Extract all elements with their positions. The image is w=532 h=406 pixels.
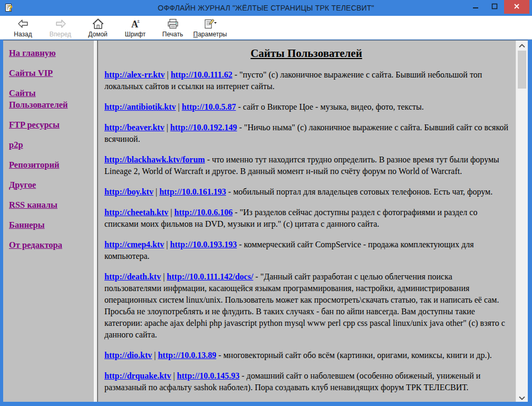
site-link[interactable]: http://10.0.5.87 bbox=[182, 102, 236, 111]
site-link[interactable]: http://boy.ktv bbox=[104, 187, 153, 196]
toolbar-button-print[interactable]: Печать bbox=[154, 16, 191, 39]
site-link[interactable]: http://alex-rr.ktv bbox=[104, 70, 165, 79]
scrollbar-thumb[interactable] bbox=[518, 51, 526, 89]
settings-icon bbox=[204, 17, 217, 30]
maximize-icon bbox=[491, 2, 498, 12]
app-icon: ? bbox=[5, 3, 14, 13]
toolbar-button-params[interactable]: Параметры bbox=[191, 16, 229, 39]
toolbar-button-font[interactable]: A±Шрифт bbox=[117, 16, 154, 39]
site-link[interactable]: http://10.0.145.93 bbox=[177, 371, 240, 380]
toolbar-button-forward[interactable]: Вперед bbox=[42, 16, 79, 39]
site-link[interactable]: http://cmep4.ktv bbox=[104, 240, 164, 249]
site-entry: http://cmep4.ktv | http://10.0.193.193 -… bbox=[104, 239, 508, 262]
site-link[interactable]: http://10.0.193.193 bbox=[170, 240, 237, 249]
site-link[interactable]: http://antibiotik.ktv bbox=[104, 102, 176, 111]
site-link[interactable]: http://blackhawk.ktv/forum bbox=[104, 155, 205, 164]
site-entry: http://boy.ktv | http://10.0.161.193 - м… bbox=[104, 186, 508, 198]
minimize-button[interactable] bbox=[466, 0, 485, 14]
window-title: ОФФЛАЙН ЖУРНАЛ "ЖЁЛТЫЕ СТРАНИЦЫ ТРК ТЕЛЕ… bbox=[0, 4, 532, 12]
sidebar-item: RSS каналы bbox=[9, 199, 91, 211]
sidebar-item-rss[interactable]: RSS каналы bbox=[9, 200, 57, 210]
sidebar-item: От редактора bbox=[9, 239, 91, 251]
site-link[interactable]: http://beaver.ktv bbox=[104, 123, 165, 132]
chevron-up-icon bbox=[519, 41, 525, 50]
site-entries: http://alex-rr.ktv | http://10.0.111.62 … bbox=[104, 69, 508, 402]
site-entry: http://drquake.ktv | http://10.0.145.93 … bbox=[104, 370, 508, 393]
sidebar-item: Сайты Пользователей bbox=[9, 88, 91, 111]
site-link[interactable]: http://10.0.161.193 bbox=[159, 187, 226, 196]
toolbar: НазадВпередДомойA±ШрифтПечатьПараметры bbox=[0, 16, 532, 40]
sidebar-item-home[interactable]: На главную bbox=[9, 48, 56, 58]
content-area: Сайты Пользователей http://alex-rr.ktv |… bbox=[98, 41, 516, 402]
toolbar-button-label: Печать bbox=[162, 31, 183, 38]
toolbar-button-label: Вперед bbox=[50, 31, 71, 38]
sidebar-item: На главную bbox=[9, 47, 91, 59]
font-icon: A± bbox=[129, 17, 142, 30]
site-link[interactable]: http://death.ktv bbox=[104, 272, 161, 281]
site-link[interactable]: http://drquake.ktv bbox=[104, 371, 171, 380]
site-entry: http://death.ktv | http://10.0.111.142/d… bbox=[104, 271, 508, 341]
back-arrow-icon bbox=[17, 17, 30, 30]
panel-splitter[interactable] bbox=[94, 41, 98, 402]
sidebar-item: Репозиторий bbox=[9, 159, 91, 171]
site-link[interactable]: http://10.0.192.149 bbox=[170, 123, 237, 132]
svg-text:±: ± bbox=[137, 18, 140, 24]
forward-arrow-icon bbox=[54, 17, 67, 30]
maximize-button[interactable] bbox=[485, 0, 504, 14]
home-icon bbox=[92, 17, 104, 30]
vertical-scrollbar[interactable] bbox=[516, 41, 528, 402]
site-link[interactable]: http://10.0.13.89 bbox=[158, 351, 216, 360]
toolbar-button-label: Назад bbox=[14, 31, 32, 38]
site-entry: http://cheetah.ktv | http://10.0.6.106 -… bbox=[104, 207, 508, 230]
scroll-up-button[interactable] bbox=[516, 41, 528, 50]
page-title: Сайты Пользователей bbox=[104, 47, 508, 60]
sidebar: На главнуюСайты VIPСайты ПользователейFT… bbox=[3, 41, 94, 402]
close-button[interactable] bbox=[504, 0, 529, 14]
sidebar-item: Баннеры bbox=[9, 219, 91, 231]
scrollbar-track[interactable] bbox=[516, 50, 528, 393]
scroll-down-button[interactable] bbox=[516, 393, 528, 402]
titlebar: ? ОФФЛАЙН ЖУРНАЛ "ЖЁЛТЫЕ СТРАНИЦЫ ТРК ТЕ… bbox=[0, 0, 532, 16]
site-entry: http://antibiotik.ktv | http://10.0.5.87… bbox=[104, 101, 508, 113]
site-link[interactable]: http://10.0.111.62 bbox=[171, 70, 233, 79]
sidebar-item: Сайты VIP bbox=[9, 67, 91, 79]
sidebar-item: Другое bbox=[9, 179, 91, 191]
toolbar-button-back[interactable]: Назад bbox=[4, 16, 42, 39]
site-link[interactable]: http://10.0.6.106 bbox=[175, 208, 233, 217]
chevron-down-icon bbox=[519, 393, 525, 402]
sidebar-item-other[interactable]: Другое bbox=[9, 180, 36, 190]
site-entry: http://alex-rr.ktv | http://10.0.111.62 … bbox=[104, 69, 508, 92]
sidebar-item: FTP ресурсы bbox=[9, 119, 91, 131]
printer-icon bbox=[167, 17, 179, 30]
site-link[interactable]: http://cheetah.ktv bbox=[104, 208, 168, 217]
sidebar-item-p2p[interactable]: p2p bbox=[9, 140, 23, 150]
close-icon bbox=[514, 2, 520, 12]
sidebar-item-editor[interactable]: От редактора bbox=[9, 240, 62, 250]
toolbar-button-label: Параметры bbox=[194, 31, 227, 38]
sidebar-item-ftp[interactable]: FTP ресурсы bbox=[9, 120, 60, 130]
sidebar-item-banners[interactable]: Баннеры bbox=[9, 220, 45, 230]
minimize-icon bbox=[472, 2, 479, 12]
site-entry: http://beaver.ktv | http://10.0.192.149 … bbox=[104, 122, 508, 145]
toolbar-button-label: Домой bbox=[88, 31, 108, 38]
sidebar-item-vip[interactable]: Сайты VIP bbox=[9, 68, 53, 78]
site-entry: http://blackhawk.ktv/forum - что именно … bbox=[104, 154, 508, 177]
sidebar-item-repository[interactable]: Репозиторий bbox=[9, 160, 59, 170]
site-link[interactable]: http://dio.ktv bbox=[104, 351, 152, 360]
window-controls bbox=[466, 0, 529, 14]
toolbar-button-label: Шрифт bbox=[125, 31, 146, 38]
svg-text:?: ? bbox=[8, 4, 13, 13]
site-entry: http://dio.ktv | http://10.0.13.89 - мно… bbox=[104, 350, 508, 361]
site-link[interactable]: http://10.0.111.142/docs/ bbox=[167, 272, 253, 281]
sidebar-item-users[interactable]: Сайты Пользователей bbox=[9, 88, 67, 110]
sidebar-item: p2p bbox=[9, 139, 91, 151]
main-panels: На главнуюСайты VIPСайты ПользователейFT… bbox=[3, 40, 528, 402]
toolbar-button-home[interactable]: Домой bbox=[79, 16, 117, 39]
